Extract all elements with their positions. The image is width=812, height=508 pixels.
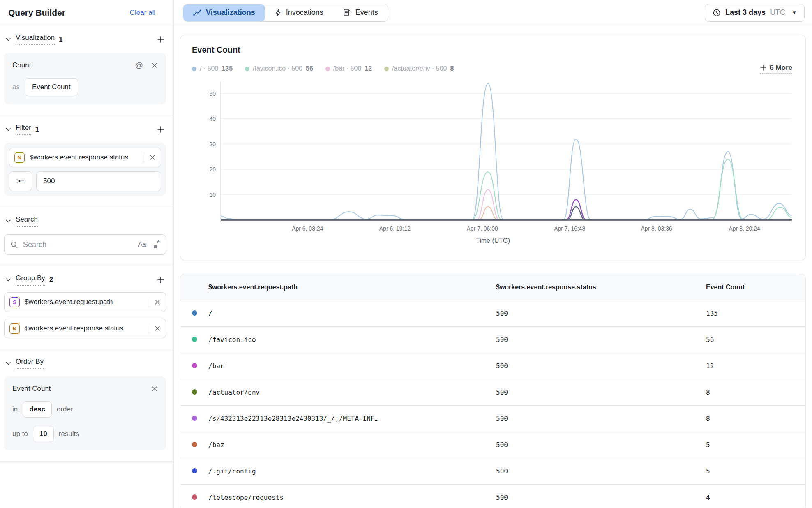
legend-dot bbox=[192, 67, 196, 71]
cell-event-count: 135 bbox=[706, 309, 805, 317]
time-range-dropdown[interactable]: Last 3 days UTC ▼ bbox=[705, 4, 805, 22]
regex-toggle-icon[interactable]: * bbox=[154, 239, 160, 249]
table-header-row: $workers.event.request.path $workers.eve… bbox=[180, 274, 805, 300]
time-range-label: Last 3 days bbox=[725, 8, 766, 17]
cell-event-count: 56 bbox=[706, 336, 805, 344]
plus-icon bbox=[157, 35, 165, 44]
add-visualization-button[interactable] bbox=[155, 34, 166, 45]
chart-plot[interactable]: 1020304050Apr 6, 08:24Apr 6, 19:12Apr 7,… bbox=[192, 77, 794, 236]
remove-order-by-icon[interactable] bbox=[151, 386, 158, 392]
y-tick-label: 10 bbox=[209, 192, 216, 198]
aggregation-label[interactable]: Count bbox=[12, 61, 31, 69]
chevron-down-icon[interactable] bbox=[5, 360, 12, 367]
legend-item[interactable]: /favicon.ico · 500 56 bbox=[245, 65, 313, 72]
cell-request-path: / bbox=[208, 309, 496, 317]
results-label: results bbox=[59, 430, 79, 438]
number-type-badge: N bbox=[14, 152, 25, 163]
filter-operator-select[interactable]: >= bbox=[9, 171, 32, 191]
filter-value-input[interactable]: 500 bbox=[36, 171, 161, 191]
remove-group-by-icon[interactable] bbox=[154, 325, 161, 332]
chevron-down-icon[interactable] bbox=[5, 126, 12, 133]
y-tick-label: 50 bbox=[209, 90, 216, 97]
clear-all-link[interactable]: Clear all bbox=[130, 9, 155, 17]
group-by-section-title[interactable]: Group By bbox=[16, 274, 45, 286]
add-filter-button[interactable] bbox=[155, 124, 166, 135]
chevron-down-icon[interactable] bbox=[5, 218, 12, 224]
series-line bbox=[221, 207, 792, 220]
limit-input[interactable]: 10 bbox=[33, 426, 54, 442]
alias-input[interactable]: Event Count bbox=[25, 78, 78, 96]
table-row[interactable]: /actuator/env5008 bbox=[180, 379, 805, 406]
tab-visualizations[interactable]: Visualizations bbox=[183, 4, 265, 21]
search-input[interactable]: Search Aa * bbox=[4, 234, 166, 255]
group-by-field-name: $workers.event.request.path bbox=[25, 298, 144, 306]
divider bbox=[144, 152, 144, 163]
view-tabs: Visualizations Invocations Events bbox=[183, 4, 388, 22]
topbar: Visualizations Invocations Events bbox=[174, 0, 812, 25]
chevron-down-icon[interactable] bbox=[5, 277, 12, 283]
y-tick-label: 30 bbox=[209, 141, 216, 148]
cell-request-path: /favicon.ico bbox=[208, 336, 496, 344]
add-group-by-button[interactable] bbox=[155, 275, 166, 285]
plus-icon bbox=[157, 276, 165, 284]
cell-response-status: 500 bbox=[496, 494, 706, 501]
legend-item[interactable]: / · 500 135 bbox=[192, 65, 233, 72]
group-by-field-chip[interactable]: S $workers.event.request.path bbox=[4, 292, 166, 312]
table-row[interactable]: /.git/config5005 bbox=[180, 458, 805, 485]
at-mention-icon[interactable]: @ bbox=[135, 61, 143, 70]
case-sensitive-toggle[interactable]: Aa bbox=[138, 241, 146, 248]
table-row[interactable]: /500135 bbox=[180, 300, 805, 327]
table-row[interactable]: /favicon.ico50056 bbox=[180, 327, 805, 353]
cell-event-count: 5 bbox=[706, 467, 805, 475]
series-line bbox=[221, 207, 792, 220]
sidebar-header: Query Builder Clear all bbox=[0, 0, 173, 25]
cell-event-count: 8 bbox=[706, 388, 805, 396]
tab-label: Events bbox=[355, 8, 378, 17]
tab-invocations[interactable]: Invocations bbox=[265, 4, 333, 21]
legend-more-button[interactable]: 6 More bbox=[760, 64, 792, 74]
x-tick-label: Apr 6, 08:24 bbox=[292, 225, 323, 232]
filter-field-chip[interactable]: N $workers.event.response.status bbox=[9, 148, 161, 167]
order-direction-select[interactable]: desc bbox=[23, 401, 52, 418]
cell-event-count: 12 bbox=[706, 362, 805, 370]
legend-label: /bar · 500 bbox=[333, 65, 361, 72]
visualization-section: Visualization 1 Count @ as Event Count bbox=[0, 25, 173, 115]
group-by-field-chip[interactable]: N $workers.event.response.status bbox=[4, 319, 166, 338]
cell-response-status: 500 bbox=[496, 362, 706, 370]
legend-dot bbox=[384, 67, 389, 71]
legend-item[interactable]: /bar · 500 12 bbox=[325, 65, 372, 72]
legend-item[interactable]: /actuator/env · 500 8 bbox=[384, 65, 454, 72]
series-color-dot bbox=[192, 310, 197, 316]
timezone-label: UTC bbox=[770, 8, 785, 17]
plus-icon bbox=[157, 125, 165, 134]
series-line bbox=[221, 200, 792, 220]
visualization-section-title[interactable]: Visualization bbox=[16, 34, 55, 45]
remove-filter-icon[interactable] bbox=[149, 154, 156, 161]
number-type-badge: N bbox=[9, 323, 20, 334]
cell-response-status: 500 bbox=[496, 336, 706, 344]
order-by-section-title[interactable]: Order By bbox=[16, 358, 44, 369]
table-row[interactable]: /baz5005 bbox=[180, 432, 805, 458]
filter-section-title[interactable]: Filter bbox=[16, 124, 31, 135]
plus-icon bbox=[760, 65, 766, 71]
query-builder-sidebar: Query Builder Clear all Visualization 1 … bbox=[0, 0, 174, 508]
chevron-down-icon[interactable] bbox=[5, 36, 12, 43]
order-label: order bbox=[57, 405, 73, 413]
series-color-dot bbox=[192, 389, 197, 395]
order-by-card: Event Count in desc order up to 10 resul… bbox=[4, 376, 166, 450]
cell-response-status: 500 bbox=[496, 388, 706, 396]
filter-section: Filter 1 N $workers.event.response.statu… bbox=[0, 115, 173, 207]
table-row[interactable]: /telescope/requests5004 bbox=[180, 485, 805, 508]
legend-count: 12 bbox=[364, 65, 372, 72]
group-by-field-name: $workers.event.response.status bbox=[25, 324, 144, 333]
remove-visualization-icon[interactable] bbox=[151, 62, 158, 69]
cell-event-count: 4 bbox=[706, 494, 805, 501]
legend-count: 8 bbox=[450, 65, 454, 72]
legend-label: /favicon.ico · 500 bbox=[253, 65, 302, 72]
tab-events[interactable]: Events bbox=[333, 4, 388, 21]
table-row[interactable]: /s/432313e22313e28313e2430313/_/;/META-I… bbox=[180, 406, 805, 432]
table-row[interactable]: /bar50012 bbox=[180, 353, 805, 379]
remove-group-by-icon[interactable] bbox=[154, 299, 161, 305]
cell-request-path: /bar bbox=[208, 362, 496, 370]
search-section-title[interactable]: Search bbox=[16, 215, 38, 227]
